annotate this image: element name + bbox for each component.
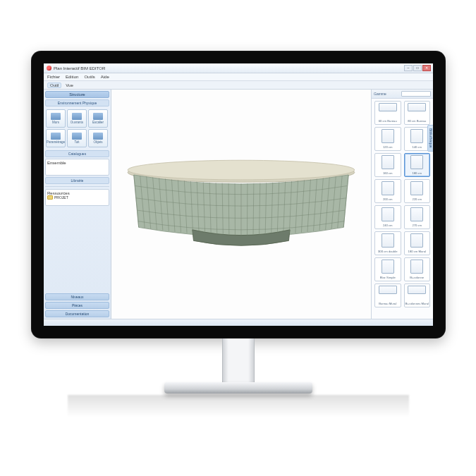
library-item-label: 120 cm [383,146,393,149]
library-thumb-icon [410,233,423,248]
folder-icon [47,195,53,200]
library-item[interactable]: Bi-colonne [404,257,431,281]
library-item-label: 180 cm [412,172,422,175]
library-dropdown[interactable] [401,91,431,97]
tree-folder[interactable]: PROJET [47,195,107,200]
tool-icon [93,133,103,140]
building-model [119,135,363,273]
library-item[interactable]: 270 cm [404,205,431,229]
tool-icon [72,113,82,120]
library-item[interactable]: 180 cm Mural [404,231,431,255]
tool-label: Murs [52,121,59,124]
left-panel-section-header[interactable]: Structure [45,91,109,98]
model-viewport[interactable] [111,90,371,319]
left-panel-bottom-tab[interactable]: Niveaux [45,293,109,300]
library-item[interactable]: Bi-colonnes Mural [404,283,431,307]
tool-button-grid: Murs Ouvrants Escalier Paramétrage Toit … [45,108,109,149]
tree-folder-label: PROJET [54,195,68,200]
tool-button[interactable]: Objets [88,129,108,147]
library-item-label: 80 cm Bureau [408,120,426,123]
library-thumb-icon [410,260,423,274]
separator [45,186,109,187]
tool-button[interactable]: Ouvrants [67,109,87,128]
left-panel-bottom-tab[interactable]: Pièces [45,302,109,309]
menu-item[interactable]: Fichier [47,75,60,79]
tool-icon [51,113,61,120]
library-dropdown-label: Gamme [374,92,386,96]
library-thumb-icon [410,129,423,143]
app-icon [47,66,51,71]
library-thumb-icon [408,286,426,294]
library-item[interactable]: 160 cm [374,153,401,177]
library-item[interactable]: 60 cm Bureau [374,101,401,125]
library-thumb-icon [408,103,426,111]
library-scroll[interactable]: 60 cm Bureau80 cm Bureau120 cm140 cm160 … [372,99,433,319]
library-item-label: 240 cm [383,224,393,227]
library-item-label: Bi-colonne [410,276,424,279]
library-item-label: Bureau Mural [379,303,396,305]
left-panel-group-header[interactable]: Environnement Physique [45,99,109,106]
library-panel: Gamme Bibliothèque 60 cm Bureau80 cm Bur… [371,90,433,319]
menu-item[interactable]: Aide [101,75,109,79]
left-panel-group-header[interactable]: Catalogues [45,150,109,157]
catalogs-list[interactable]: Ensemble [45,159,109,176]
library-thumb-icon [382,260,394,274]
tool-label: Escalier [92,121,104,124]
monitor-reflection [68,395,409,417]
library-item-label: 60 cm Bureau [379,120,397,123]
library-item-label: 270 cm [412,224,422,227]
library-item-label: Bi-colonnes Mural [405,303,429,305]
tool-icon [51,133,61,140]
tool-icon [72,133,82,140]
window-titlebar[interactable]: Plan Interactif BIM EDITOR – □ ✕ [44,63,433,73]
left-panel: Structure Environnement Physique Murs Ou… [44,90,111,319]
library-item[interactable]: 200 cm [374,179,401,203]
library-item[interactable]: 120 cm [374,127,401,151]
library-item-label: 300 cm double [378,250,397,253]
library-item[interactable]: Bureau Mural [374,283,401,307]
library-item[interactable]: 300 cm double [374,231,401,255]
tool-button[interactable]: Toit [67,129,87,147]
library-item[interactable]: 240 cm [374,205,401,229]
library-thumb-icon [382,233,394,248]
status-bar [44,319,433,326]
library-item-label: 220 cm [412,198,422,201]
tool-tab[interactable]: Vue [66,83,73,87]
left-panel-group-header[interactable]: Librairie [45,177,109,184]
library-thumb-icon [410,181,423,195]
library-thumb-icon [379,286,397,294]
tool-label: Paramétrage [47,140,65,144]
library-thumb-icon [379,103,397,111]
monitor-stand-base [164,382,312,393]
library-thumb-icon [382,155,394,169]
library-item[interactable]: 80 cm Bureau [404,101,431,125]
left-panel-bottom-tab[interactable]: Documentation [45,310,109,317]
library-thumb-icon [382,129,394,143]
window-close-button[interactable]: ✕ [422,65,431,71]
svg-point-1 [128,160,355,180]
library-thumb-icon [382,181,394,195]
monitor-stand-neck [222,338,255,385]
library-item[interactable]: 140 cm [404,127,431,151]
window-minimize-button[interactable]: – [404,65,413,71]
tool-button[interactable]: Paramétrage [46,129,66,147]
library-thumb-icon [410,155,423,169]
project-tree[interactable]: Ressources PROJET [45,189,109,206]
tool-tab[interactable]: Outil [47,83,61,88]
library-item[interactable]: 180 cm [404,153,431,177]
window-maximize-button[interactable]: □ [413,65,422,71]
menu-item[interactable]: Outils [84,75,94,79]
library-item[interactable]: Bloc Simple [374,257,401,281]
tool-button[interactable]: Murs [46,109,66,128]
library-thumb-icon [382,207,394,221]
library-grid: 60 cm Bureau80 cm Bureau120 cm140 cm160 … [374,101,430,307]
tool-label: Toit [74,140,79,144]
monitor-frame: Plan Interactif BIM EDITOR – □ ✕ Fichier… [31,51,446,338]
window-title: Plan Interactif BIM EDITOR [54,66,105,71]
library-thumb-icon [410,207,423,221]
library-side-tab[interactable]: Bibliothèque [427,125,433,152]
library-item[interactable]: 220 cm [404,179,431,203]
tool-button[interactable]: Escalier [88,109,108,128]
library-item-label: 180 cm Mural [408,250,426,253]
menu-item[interactable]: Edition [66,75,78,79]
